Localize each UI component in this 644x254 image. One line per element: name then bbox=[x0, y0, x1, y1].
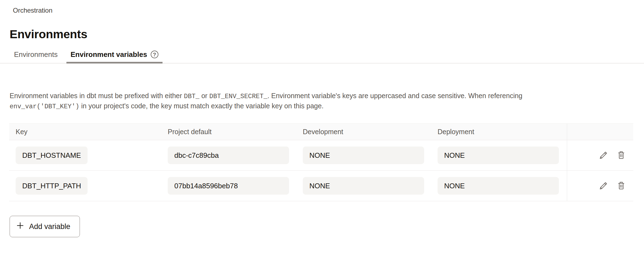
plus-icon bbox=[16, 221, 24, 232]
edit-variable-button[interactable] bbox=[598, 150, 609, 161]
description-segment: . Environment variable's keys are upperc… bbox=[267, 92, 522, 100]
row-actions bbox=[567, 171, 633, 201]
description-code: env_var('DBT_KEY') bbox=[10, 103, 79, 110]
key-pill: DBT_HOSTNAME bbox=[16, 147, 88, 164]
add-variable-label: Add variable bbox=[29, 222, 70, 231]
row-actions bbox=[567, 140, 633, 170]
column-header-development: Development bbox=[303, 124, 438, 140]
table-header-row: Key Project default Development Deployme… bbox=[9, 124, 633, 140]
trash-icon bbox=[616, 181, 626, 191]
key-pill: DBT_HTTP_PATH bbox=[16, 177, 88, 195]
table-row: DBT_HOSTNAME dbc-c7c89cba NONE NONE bbox=[9, 140, 633, 171]
description-code: DBT_ENV_SECRET_ bbox=[209, 93, 268, 100]
tab-environment-variables[interactable]: Environment variables ? bbox=[66, 50, 163, 63]
delete-variable-button[interactable] bbox=[616, 181, 626, 191]
table-row: DBT_HTTP_PATH 07bb14a8596beb78 NONE NONE bbox=[9, 171, 633, 201]
pencil-icon bbox=[598, 181, 608, 191]
development-pill: NONE bbox=[303, 177, 424, 195]
project-default-pill: dbc-c7c89cba bbox=[168, 147, 289, 164]
column-header-key: Key bbox=[9, 124, 168, 140]
column-header-project-default: Project default bbox=[168, 124, 303, 140]
project-default-pill: 07bb14a8596beb78 bbox=[168, 177, 289, 195]
add-variable-button[interactable]: Add variable bbox=[10, 216, 80, 237]
breadcrumb[interactable]: Orchestration bbox=[0, 0, 644, 15]
question-circle-icon[interactable]: ? bbox=[151, 51, 158, 58]
description-segment: or bbox=[199, 92, 209, 100]
deployment-pill: NONE bbox=[438, 147, 559, 164]
tab-environment-variables-label: Environment variables bbox=[71, 50, 147, 59]
column-header-actions bbox=[567, 124, 633, 140]
environment-variables-table: Key Project default Development Deployme… bbox=[9, 123, 633, 201]
description-code: DBT_ bbox=[184, 93, 199, 100]
deployment-pill: NONE bbox=[438, 177, 559, 195]
pencil-icon bbox=[598, 150, 608, 160]
tab-bar: Environments Environment variables ? bbox=[0, 50, 644, 64]
development-pill: NONE bbox=[303, 147, 424, 164]
edit-variable-button[interactable] bbox=[598, 181, 609, 191]
description-text: Environment variables in dbt must be pre… bbox=[10, 91, 614, 111]
delete-variable-button[interactable] bbox=[616, 150, 626, 161]
column-header-deployment: Deployment bbox=[438, 124, 567, 140]
trash-icon bbox=[616, 150, 626, 160]
tab-environments[interactable]: Environments bbox=[14, 50, 58, 63]
page-title: Environments bbox=[10, 27, 644, 41]
description-segment: in your project's code, the key must mat… bbox=[79, 102, 324, 110]
description-segment: Environment variables in dbt must be pre… bbox=[10, 92, 184, 100]
